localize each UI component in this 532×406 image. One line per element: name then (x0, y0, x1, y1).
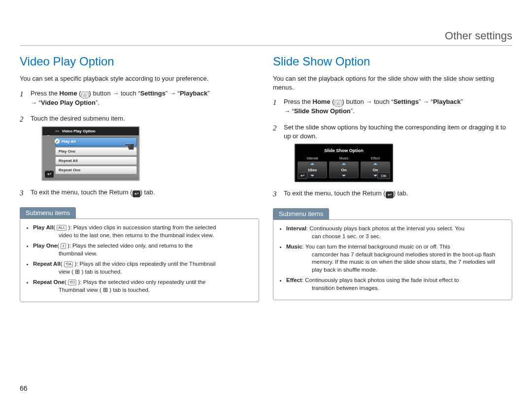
arrow-icon: → (31, 99, 37, 106)
arrow-icon: → (169, 90, 176, 97)
slide-step-3: To exit the menu, touch the Return (↩) t… (273, 189, 512, 198)
screenshot-title: Slide Show Option (298, 147, 390, 156)
right-column: Slide Show Option You can set the playba… (273, 55, 512, 302)
item-name: Play One (33, 243, 57, 249)
slide-steps: Press the Home (⌂) button → touch “Setti… (273, 97, 512, 198)
settings-label: Settings (140, 90, 166, 97)
arrow-icon: → (423, 98, 429, 105)
item-cont: transition between images. (286, 284, 505, 292)
playback-label: Playback (180, 90, 207, 97)
text: “ (37, 99, 41, 106)
list-item[interactable]: Repeat One (55, 166, 137, 174)
slide-show-option-title: Slide Show Option (273, 55, 512, 68)
home-icon: ⌂ (81, 92, 89, 98)
item-text: : Plays the selected video only repeated… (80, 279, 205, 285)
play-one-icon: 1 (61, 243, 66, 249)
text: ”. (351, 107, 355, 115)
item-text: : You can turn the internal background m… (302, 244, 450, 250)
video-submenu-box: Play All( ALL ): Plays video clips in su… (20, 219, 259, 302)
video-step-1: Press the Home (⌂) button → touch “Setti… (20, 89, 259, 107)
slide-show-option-intro: You can set the playback options for the… (273, 74, 512, 92)
video-play-option-screenshot: >> Video Play Option Play All Play One R… (41, 126, 140, 181)
submenu-item-repeat-one: Repeat One( ⟲1 ): Plays the selected vid… (33, 279, 252, 294)
home-label: Home (313, 98, 331, 105)
video-steps: Press the Home (⌂) button → touch “Setti… (20, 89, 259, 198)
item-text: : Plays video clips in succession starti… (70, 224, 216, 230)
screenshot-title: Video Play Option (62, 129, 95, 133)
return-icon[interactable]: ↩ (298, 172, 307, 179)
submenu-item-play-one: Play One( 1 ): Plays the selected video … (33, 242, 252, 257)
item-name: Repeat All (33, 261, 61, 267)
page-number: 66 (20, 384, 28, 392)
return-icon: ↩ (386, 191, 394, 198)
text: ” (419, 98, 423, 105)
text: ) button (89, 90, 113, 97)
submenu-item-play-all: Play All( ALL ): Plays video clips in su… (33, 224, 252, 239)
video-step-3: To exit the menu, touch the Return (↩) t… (20, 188, 259, 197)
breadcrumb-arrows: >> (55, 129, 59, 133)
text: To exit the menu, touch the Return ( (31, 188, 133, 196)
video-play-option-title: Video Play Option (20, 55, 259, 68)
text: ) tab. (394, 189, 408, 197)
slide-step-2: Set the slide show options by touching t… (273, 123, 512, 183)
text: Press the (31, 90, 60, 97)
text: ( (77, 90, 81, 97)
music-spinner[interactable]: On (329, 161, 359, 178)
spinner-row: Interval 1Sec Music On Effect On (298, 156, 390, 179)
submenu-item-repeat-all: Repeat All( ⟲A ): Plays all the video cl… (33, 260, 252, 276)
item-name: Interval (286, 225, 306, 231)
item-name: Music (286, 244, 302, 250)
text: ” (461, 98, 463, 105)
video-step-2: Touch the desired submenu item. >> Video… (20, 114, 259, 181)
item-cont: can choose 1 sec. or 3 sec. (286, 233, 505, 241)
slide-show-option-screenshot: Slide Show Option Interval 1Sec Music On… (295, 144, 393, 182)
submenu-item-interval: Interval: Continuously plays back photos… (286, 225, 505, 240)
ok-button[interactable]: OK (377, 172, 390, 179)
slide-submenu-box: Interval: Continuously plays back photos… (273, 219, 512, 300)
list-item[interactable]: Repeat All (55, 156, 137, 165)
arrow-icon: → (366, 98, 372, 105)
touch-hand-icon: ☚ (124, 138, 135, 156)
return-icon[interactable]: ↩ (45, 171, 54, 178)
option-label: Slide Show Option (294, 107, 351, 115)
item-name: Play All (33, 224, 53, 230)
repeat-one-icon: ⟲1 (68, 280, 76, 285)
text: touch “ (119, 90, 140, 97)
repeat-all-icon: ⟲A (64, 261, 73, 267)
text: ”. (96, 99, 100, 106)
text: To exit the menu, touch the Return ( (284, 189, 386, 197)
submenu-items-header: Submenu items (20, 207, 76, 219)
text: “ (429, 98, 433, 105)
home-label: Home (60, 90, 77, 97)
text: ) tab. (140, 188, 155, 196)
left-column: Video Play Option You can set a specific… (20, 55, 259, 302)
text: ) button (342, 98, 366, 105)
item-text: : Continuously plays back photos using t… (302, 277, 459, 283)
item-cont: camcorder has 7 default background melod… (286, 251, 505, 274)
home-icon: ⌂ (334, 100, 342, 107)
item-cont: Thumbnail view ( ⊞ ) tab is touched. (33, 286, 252, 294)
settings-label: Settings (394, 98, 419, 105)
item-name: Effect (286, 277, 302, 283)
text: Press the (284, 98, 313, 105)
col-label: Interval (298, 156, 327, 161)
playback-label: Playback (433, 98, 461, 105)
col-label: Effect (361, 156, 390, 161)
item-cont: view ( ⊞ ) tab is touched. (33, 268, 252, 276)
text: ” (207, 90, 209, 97)
video-play-option-intro: You can set a specific playback style ac… (20, 74, 259, 83)
text: ” (166, 90, 169, 97)
music-col: Music On (329, 156, 359, 179)
text: Touch the desired submenu item. (31, 115, 125, 122)
item-text: : Plays the selected video only, and ret… (69, 243, 193, 249)
submenu-items-header: Submenu items (273, 208, 329, 219)
return-icon: ↩ (133, 190, 140, 197)
play-all-icon: ALL (57, 225, 66, 231)
text: ( (331, 98, 334, 105)
text: “ (290, 107, 294, 115)
item-text: : Plays all the video clips repeatedly u… (76, 261, 215, 267)
page-header: Other settings (20, 30, 512, 46)
two-column-layout: Video Play Option You can set a specific… (20, 55, 512, 302)
screenshot-titlebar: >> Video Play Option (42, 127, 139, 135)
submenu-item-music: Music: You can turn the internal backgro… (286, 243, 505, 274)
